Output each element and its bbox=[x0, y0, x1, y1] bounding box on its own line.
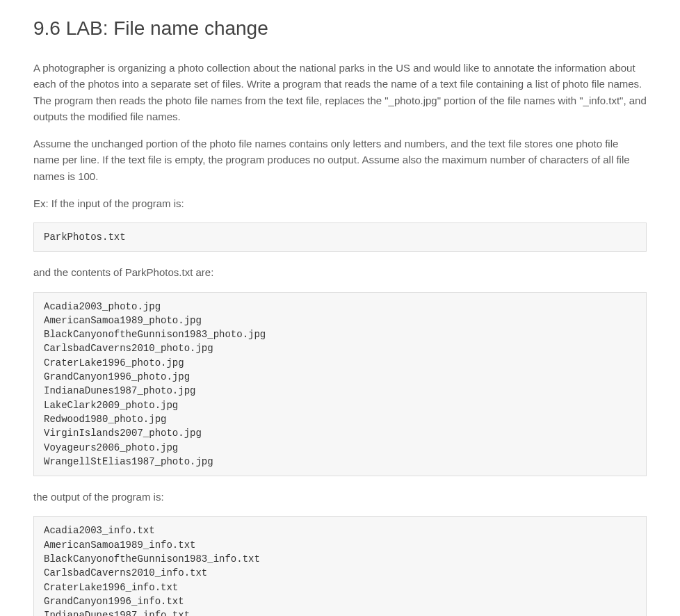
paragraph-intro: A photographer is organizing a photo col… bbox=[33, 60, 647, 124]
code-output-contents: Acadia2003_info.txt AmericanSamoa1989_in… bbox=[33, 516, 647, 616]
paragraph-example-lead: Ex: If the input of the program is: bbox=[33, 195, 647, 211]
code-input-filename: ParkPhotos.txt bbox=[33, 222, 647, 252]
document-container: 9.6 LAB: File name change A photographer… bbox=[0, 0, 680, 616]
paragraph-output-lead: the output of the program is: bbox=[33, 489, 647, 505]
paragraph-assumptions: Assume the unchanged portion of the phot… bbox=[33, 136, 647, 184]
paragraph-contents-lead: and the contents of ParkPhotos.txt are: bbox=[33, 264, 647, 280]
page-title: 9.6 LAB: File name change bbox=[33, 14, 647, 43]
code-input-contents: Acadia2003_photo.jpg AmericanSamoa1989_p… bbox=[33, 292, 647, 477]
